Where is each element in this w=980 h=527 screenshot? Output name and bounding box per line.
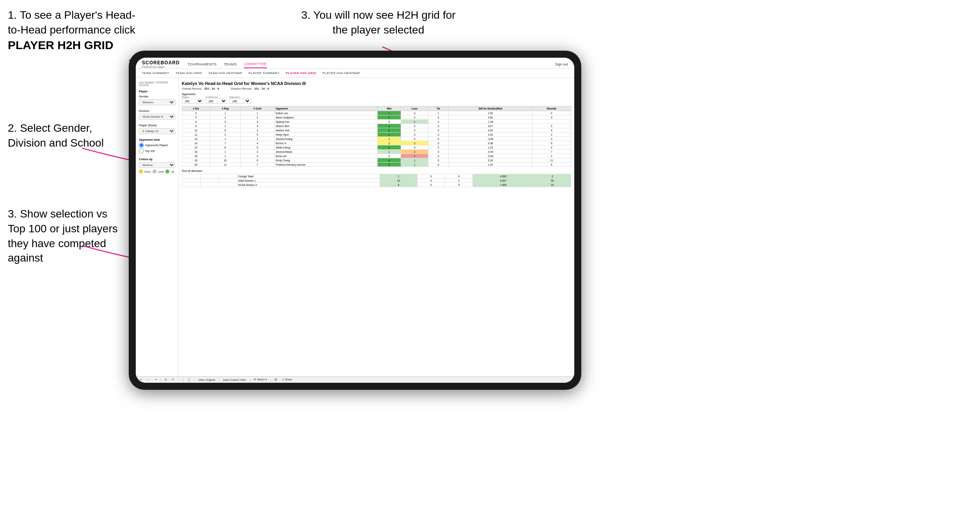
nav-teams[interactable]: TEAMS: [224, 61, 237, 68]
instruction-bot-left: 3. Show selection vs Top 100 or just pla…: [8, 207, 125, 265]
sub-nav-team-summary[interactable]: TEAM SUMMARY: [142, 70, 169, 76]
nav-bar: SCOREBOARD Powered by clippd TOURNAMENTS…: [136, 58, 574, 69]
division-record: Division Record: 331 - 34 - 6: [231, 87, 269, 90]
table-row: 1125Heejo Hyun1003.333: [182, 133, 571, 137]
sub-nav-player-summary[interactable]: PLAYER SUMMARY: [249, 70, 280, 76]
ood-row: Foreign Team1004.5002: [182, 174, 571, 179]
table-row: 1613Jessica Mason120-0.947: [182, 150, 571, 154]
sidebar-player-rank-section: Player (Rank) 8. Katelyn Vo: [139, 124, 175, 134]
table-row: 914Sharon Mun1003.673: [182, 124, 571, 128]
col-div: # Div: [182, 106, 210, 111]
h2h-table: # Div # Reg # Conf Opponent Win Loss Tie…: [182, 106, 571, 167]
sub-nav-player-h2h-heatmap[interactable]: PLAYER H2H HEATMAP: [323, 70, 360, 76]
table-row: 522Alexis Sudjianto1004.003: [182, 115, 571, 120]
instruction-top-right: 3. You will now see H2H grid for the pla…: [296, 8, 460, 37]
toolbar-refresh[interactable]: ↺: [170, 378, 175, 382]
table-row: 19106Emily Chang4100.3011: [182, 158, 571, 163]
toolbar: ↩ ← ↪ | ⊡ ↺ · | ⌚ | View: Original | Sav…: [136, 376, 574, 383]
toolbar-watch[interactable]: 👁 Watch ▾: [252, 378, 268, 382]
table-row: 1822Euna Lee010-5.002: [182, 154, 571, 158]
toolbar-grid[interactable]: ⊡: [163, 378, 168, 382]
toolbar-view-original[interactable]: View: Original: [197, 378, 216, 382]
col-loss: Loss: [401, 106, 428, 111]
toolbar-share[interactable]: ↗ Share: [281, 378, 293, 382]
sub-nav: TEAM SUMMARY TEAM H2H GRID TEAM H2H HEAT…: [136, 69, 574, 78]
ood-row: NCAA Division 25007.40010: [182, 183, 571, 187]
player-rank-select[interactable]: 8. Katelyn Vo: [139, 128, 175, 134]
sub-nav-player-h2h-grid[interactable]: PLAYER H2H GRID: [286, 70, 316, 76]
division-select[interactable]: NCAA Division III: [139, 114, 175, 120]
table-header-row: # Div # Reg # Conf Opponent Win Loss Tie…: [182, 106, 571, 111]
main-content: Last Updated: 27/03/2024 16:55:30 Player…: [136, 78, 574, 376]
col-opponent: Opponent: [274, 106, 377, 111]
toolbar-clock[interactable]: ⌚: [186, 378, 192, 382]
col-rounds: Rounds: [532, 106, 571, 111]
grid-area: Katelyn Vo Head-to-Head Grid for Women's…: [179, 78, 574, 376]
level-color-dot: [153, 170, 156, 173]
toolbar-redo[interactable]: ↪: [153, 378, 158, 382]
toolbar-dot[interactable]: ·: [178, 378, 181, 382]
sidebar-opponent-view-section: Opponent view Opponents Played Top 100: [139, 138, 175, 154]
toolbar-undo[interactable]: ↩: [139, 378, 144, 382]
nav-logo: SCOREBOARD Powered by clippd: [142, 60, 180, 68]
table-row: 1474Eunice Yi2200.389: [182, 141, 571, 145]
ood-row: NAIA Division 115009.26730: [182, 179, 571, 183]
sidebar-player-section: Player Gender Women's: [139, 90, 175, 105]
sidebar: Last Updated: 27/03/2024 16:55:30 Player…: [136, 78, 179, 376]
sidebar-colour-section: Colour by Win/loss Down Level Up: [139, 157, 175, 173]
col-win: Win: [378, 106, 401, 111]
radio-opponents-played[interactable]: Opponents Played: [139, 143, 175, 148]
region-filter[interactable]: (All): [182, 99, 203, 104]
opponent-filter[interactable]: (All): [229, 99, 251, 104]
toolbar-grid2[interactable]: ⊠: [273, 378, 278, 382]
sidebar-timestamp: Last Updated: 27/03/2024 16:55:30: [139, 81, 175, 87]
out-of-division-table: Foreign Team1004.5002NAIA Division 11500…: [182, 174, 571, 187]
filter-opponents: Opponents: Region (All) Conference: [182, 93, 251, 104]
table-row: 1585Stella Cheng1001.254: [182, 145, 571, 150]
col-diff: Diff Av Strokes/Rnd: [449, 106, 533, 111]
table-row: 1311Jessica Huang100-3.002: [182, 137, 571, 141]
filter-row: Opponents: Region (All) Conference: [182, 93, 571, 104]
table-row: 633Sydney Kuo010-1.00: [182, 120, 571, 124]
colour-legend: Down Level Up: [139, 170, 175, 173]
col-tie: Tie: [428, 106, 449, 111]
overall-record: Overall Record: 353 - 34 - 6: [182, 87, 219, 90]
sub-nav-team-h2h-grid[interactable]: TEAM H2H GRID: [176, 70, 202, 76]
col-reg: # Reg: [210, 106, 240, 111]
toolbar-back[interactable]: ←: [146, 378, 151, 382]
grid-records: Overall Record: 353 - 34 - 6 Division Re…: [182, 87, 571, 90]
nav-links: TOURNAMENTS TEAMS COMMITTEE: [188, 60, 555, 68]
sub-nav-team-h2h-heatmap[interactable]: TEAM H2H HEATMAP: [208, 70, 242, 76]
filter-subgroups: Region (All) Conference (All): [182, 96, 251, 104]
table-row: 1063Andrea York2004.004: [182, 128, 571, 133]
table-row: 20117Federica Domecq Lacroze2101.336: [182, 163, 571, 167]
conference-filter[interactable]: (All): [206, 99, 227, 104]
radio-top-100[interactable]: Top 100: [139, 149, 175, 154]
nav-committee[interactable]: COMMITTEE: [244, 60, 267, 68]
colour-by-select[interactable]: Win/loss: [139, 162, 175, 168]
filter-region-group: Region (All): [182, 96, 203, 104]
down-color-dot: [139, 170, 143, 173]
sidebar-division-section: Division NCAA Division III: [139, 109, 175, 120]
toolbar-save-custom[interactable]: Save Custom View: [222, 378, 247, 382]
gender-select[interactable]: Women's: [139, 99, 175, 105]
nav-sign-out[interactable]: Sign out: [555, 62, 568, 66]
table-row: 311Esther Lee1011.504: [182, 111, 571, 115]
col-conf: # Conf: [241, 106, 275, 111]
opponent-view-radios: Opponents Played Top 100: [139, 143, 175, 154]
up-color-dot: [165, 170, 169, 173]
tablet-screen: SCOREBOARD Powered by clippd TOURNAMENTS…: [136, 58, 574, 383]
filter-conference-group: Conference (All): [206, 96, 227, 104]
instruction-top-left: 1. To see a Player's Head-to-Head perfor…: [8, 8, 140, 53]
filter-opponent-group: Opponent (All): [229, 96, 251, 104]
tablet: SCOREBOARD Powered by clippd TOURNAMENTS…: [129, 51, 581, 390]
nav-tournaments[interactable]: TOURNAMENTS: [188, 61, 217, 68]
instruction-mid-left: 2. Select Gender, Division and School: [8, 121, 125, 150]
